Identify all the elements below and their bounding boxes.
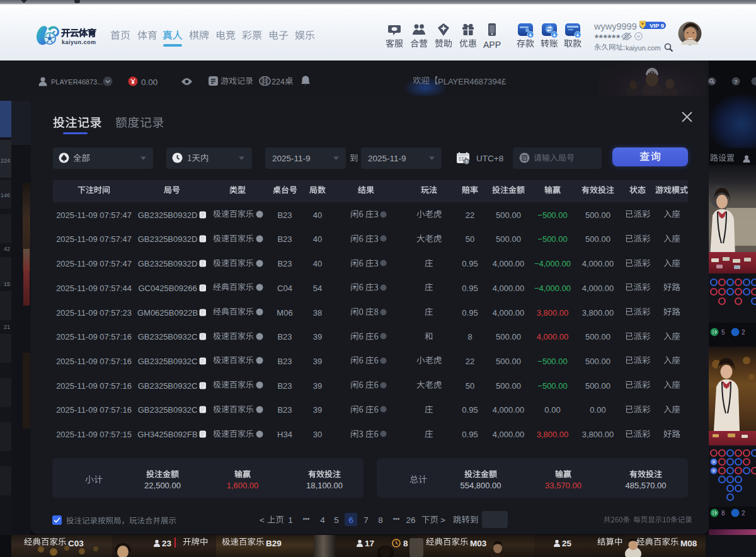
svg-text:8: 8: [721, 510, 725, 517]
svg-text:5: 5: [721, 329, 725, 336]
svg-text:2: 2: [742, 510, 745, 517]
svg-text:VIP 9: VIP 9: [650, 22, 664, 29]
svg-text:?: ?: [734, 78, 738, 85]
svg-text:2: 2: [742, 329, 745, 336]
